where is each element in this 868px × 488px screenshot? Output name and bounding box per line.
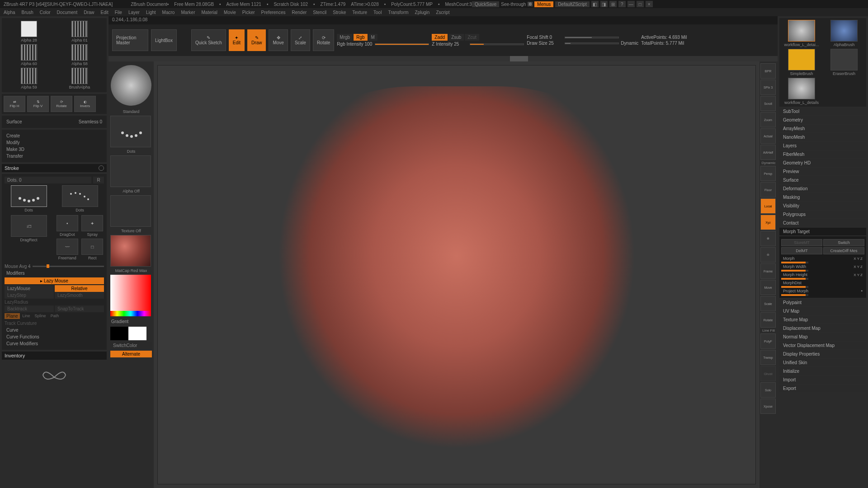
alpha-thumb[interactable] [110,155,151,187]
morphheight-slider[interactable]: Morph Height [783,272,854,277]
relative-button[interactable]: Relative [55,285,104,292]
menu-stencil[interactable]: Stencil [313,10,326,15]
close-button[interactable]: × [646,1,653,7]
rgb-button[interactable]: Rgb [354,34,367,41]
displacement-panel[interactable]: Displacement Map [779,324,866,332]
zcut-button[interactable]: Zcut [465,34,479,41]
swatch-white[interactable] [128,327,146,340]
create-action[interactable]: Create [5,132,104,139]
contact-panel[interactable]: Contact [779,219,866,227]
make3d-action[interactable]: Make 3D [5,146,104,153]
stroke-dragrect[interactable]: ↓□ [11,215,47,237]
storemt-button[interactable]: StoreMT [781,239,822,246]
menus-button[interactable]: Menus [534,1,553,7]
dots-label[interactable]: Dots. 0 [5,177,91,183]
focal-shift[interactable]: Focal Shift 0 [527,35,563,40]
uvmap-panel[interactable]: UV Map [779,307,866,315]
menu-alpha[interactable]: Alpha [4,10,15,15]
solo-button[interactable]: Solo [760,382,776,398]
default-script[interactable]: DefaultZScript [555,1,589,7]
fibermesh-panel[interactable]: FiberMesh [779,150,866,158]
menu-light[interactable]: Light [146,10,156,15]
inverse-button[interactable]: ◐Invers [74,96,96,112]
m-button[interactable]: M [368,34,377,41]
frame-button[interactable]: Frame [760,263,776,279]
morph-slider[interactable]: Morph [783,256,854,261]
preview-panel[interactable]: Preview [779,168,866,175]
rotate-button[interactable]: ⟳Rotate [313,29,334,51]
alpha-swatch[interactable] [21,44,37,61]
rgb-intensity[interactable]: Rgb Intensity 100 [337,42,373,47]
alpha-swatch[interactable] [71,68,88,84]
quicksketch-button[interactable]: ✎Quick Sketch [191,29,226,51]
menu-texture[interactable]: Texture [352,10,367,15]
mrgb-button[interactable]: Mrgb [337,34,353,41]
menu-macro[interactable]: Macro [162,10,175,15]
scroll-button[interactable]: Scroll [760,96,776,111]
vdm-panel[interactable]: Vector Displacement Map [779,342,866,349]
dynamic-toggle[interactable]: Dynamic [621,41,638,46]
unifiedskin-panel[interactable]: Unified Skin [779,359,866,366]
polypaint-panel[interactable]: Polypaint [779,299,866,306]
alpha-swatch[interactable] [21,21,37,37]
lazymouse-button[interactable]: LazyMouse [5,285,54,292]
xyz-button[interactable]: Xyz [760,215,776,230]
brush-preview[interactable] [111,65,151,106]
z-intensity[interactable]: Z Intensity 25 [432,42,468,47]
texture-thumb[interactable] [110,195,151,227]
menu-movie[interactable]: Movie [224,10,236,15]
transfer-action[interactable]: Transfer [5,153,104,160]
scale-view-button[interactable]: Scale [760,296,776,311]
alpha-swatch[interactable] [71,44,88,61]
menu-draw[interactable]: Draw [84,10,94,15]
displayprops-panel[interactable]: Display Properties [779,350,866,358]
zoom-button[interactable]: Zoom [760,112,776,127]
horizontal-scrollbar[interactable] [108,56,778,61]
zadd-button[interactable]: Zadd [432,34,448,41]
switch-button[interactable]: Switch [823,239,864,246]
menu-color[interactable]: Color [40,10,51,15]
menu-document[interactable]: Document [57,10,78,15]
transp-button[interactable]: Transp [760,350,776,365]
texturemap-panel[interactable]: Texture Map [779,316,866,324]
win-btn-2[interactable]: ◨ [600,1,608,7]
modifiers-header[interactable]: Modifiers [5,270,104,277]
stroke-header[interactable]: Stroke [2,164,107,172]
polygroups-panel[interactable]: Polygroups [779,211,866,218]
menu-zscript[interactable]: Zscript [436,10,449,15]
move-button[interactable]: ✥Move [269,29,288,51]
projectmorph-slider[interactable]: Project Morph [783,289,861,293]
menu-layer[interactable]: Layer [128,10,140,15]
lazysmooth[interactable]: LazySmooth [55,292,104,299]
tool-thumb[interactable] [788,20,815,42]
win-btn-3[interactable]: ⊞ [609,1,617,7]
modify-action[interactable]: Modify [5,139,104,146]
color-picker[interactable] [110,275,151,311]
snaptotrack[interactable]: SnapToTrack [55,305,104,312]
alpha-swatch[interactable] [21,68,37,84]
menu-render[interactable]: Render [292,10,307,15]
hue-strip[interactable] [110,311,151,316]
inventory-header[interactable]: Inventory [2,352,107,360]
subtool-panel[interactable]: SubTool [779,108,866,115]
draw-button[interactable]: ✎Draw [247,29,266,51]
switchcolor-button[interactable]: SwitchColor [110,342,152,349]
scale-button[interactable]: ⤢Scale [291,29,310,51]
move-view-button[interactable]: Move [760,280,776,295]
tool-thumb[interactable] [788,49,815,70]
help-button[interactable]: ? [618,1,626,7]
morphtarget-header[interactable]: Morph Target [779,228,866,235]
win-btn-1[interactable]: ◧ [591,1,599,7]
persp-button[interactable]: Persp [760,166,776,181]
draw-size[interactable]: Draw Size 25 [527,41,563,46]
polyf-button[interactable]: PolyF [760,333,776,349]
stroke-freehand[interactable]: 〰 [57,239,78,255]
curvefn-header[interactable]: Curve Functions [5,333,104,340]
edit-button[interactable]: ✦Edit [229,29,245,51]
morphdist-slider[interactable]: MorphDist [783,281,863,285]
cam-button-2[interactable]: ⊖ [760,247,776,263]
curve-header[interactable]: Curve [5,327,104,333]
seamless-label[interactable]: Seamless 0 [79,119,102,124]
floor-button[interactable]: Floor [760,182,776,197]
tool-thumb[interactable] [830,20,858,42]
